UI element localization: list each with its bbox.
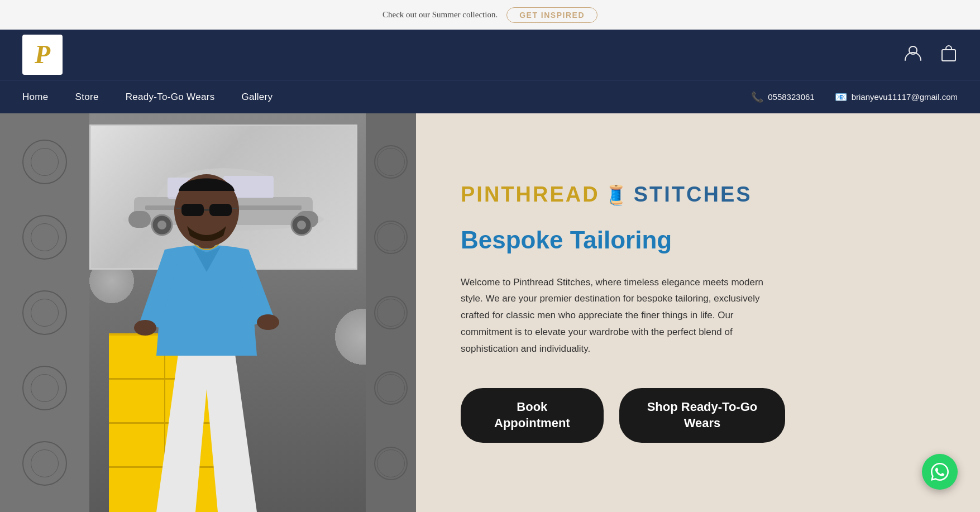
svg-point-15 bbox=[257, 314, 279, 330]
phone-icon: 📞 bbox=[751, 91, 763, 103]
hero-buttons: BookAppointment Shop Ready-To-GoWears bbox=[461, 388, 935, 442]
needle-icon: 🧵 bbox=[604, 184, 629, 206]
orb-r1 bbox=[374, 145, 408, 179]
nav-item-home[interactable]: Home bbox=[22, 92, 49, 103]
svg-point-14 bbox=[134, 320, 156, 336]
nav-link-store[interactable]: Store bbox=[75, 92, 99, 102]
hero-description: Welcome to Pinthread Stitches, where tim… bbox=[461, 274, 785, 357]
bag-icon[interactable] bbox=[940, 44, 958, 66]
orb-2 bbox=[22, 215, 67, 260]
logo[interactable]: P bbox=[22, 35, 63, 75]
orb-5 bbox=[22, 441, 67, 486]
svg-rect-19 bbox=[209, 204, 232, 216]
orb-decoration-left bbox=[0, 113, 89, 512]
orb-r4 bbox=[374, 371, 408, 405]
email-address: brianyevu11117@gmail.com bbox=[852, 92, 958, 102]
whatsapp-icon bbox=[930, 462, 950, 482]
nav-contact: 📞 0558323061 📧 brianyevu11117@gmail.com bbox=[751, 91, 958, 103]
orb-decoration-right bbox=[366, 113, 416, 512]
header-icons bbox=[904, 44, 958, 66]
banner-text: Check out our Summer collection. bbox=[383, 10, 498, 20]
email-icon: 📧 bbox=[835, 91, 847, 103]
whatsapp-button[interactable] bbox=[922, 454, 958, 490]
nav-bar: Home Store Ready-To-Go Wears Gallery 📞 0… bbox=[0, 80, 980, 113]
hero-section: PINTHREAD 🧵 STITCHES Bespoke Tailoring W… bbox=[0, 113, 980, 512]
orb-1 bbox=[22, 140, 67, 184]
nav-item-gallery[interactable]: Gallery bbox=[241, 92, 273, 103]
book-appointment-button[interactable]: BookAppointment bbox=[461, 388, 604, 442]
header: P bbox=[0, 30, 980, 80]
man-svg bbox=[112, 138, 302, 512]
nav-links: Home Store Ready-To-Go Wears Gallery bbox=[22, 92, 273, 103]
shop-ready-button[interactable]: Shop Ready-To-GoWears bbox=[619, 388, 786, 442]
email-contact: 📧 brianyevu11117@gmail.com bbox=[835, 91, 958, 103]
svg-rect-18 bbox=[181, 204, 204, 216]
brand-name-2: STITCHES bbox=[634, 183, 752, 207]
nav-link-gallery[interactable]: Gallery bbox=[241, 92, 273, 102]
hero-content: PINTHREAD 🧵 STITCHES Bespoke Tailoring W… bbox=[416, 113, 980, 512]
top-banner: Check out our Summer collection. GET INS… bbox=[0, 0, 980, 30]
phone-number: 0558323061 bbox=[768, 92, 814, 102]
brand-name-1: PINTHREAD bbox=[461, 183, 600, 207]
phone-contact: 📞 0558323061 bbox=[751, 91, 814, 103]
orb-r5 bbox=[374, 447, 408, 480]
nav-item-store[interactable]: Store bbox=[75, 92, 99, 103]
brand-title: PINTHREAD 🧵 STITCHES bbox=[461, 183, 935, 207]
get-inspired-button[interactable]: GET INSPIRED bbox=[506, 7, 597, 23]
nav-link-home[interactable]: Home bbox=[22, 92, 49, 102]
hero-subtitle: Bespoke Tailoring bbox=[461, 227, 935, 253]
orb-3 bbox=[22, 290, 67, 335]
person-figure bbox=[101, 132, 313, 512]
orb-r2 bbox=[374, 221, 408, 254]
user-icon[interactable] bbox=[904, 44, 922, 66]
logo-letter: P bbox=[35, 42, 50, 68]
svg-rect-1 bbox=[942, 50, 955, 61]
orb-r3 bbox=[374, 296, 408, 329]
nav-item-ready[interactable]: Ready-To-Go Wears bbox=[126, 92, 215, 103]
nav-link-ready[interactable]: Ready-To-Go Wears bbox=[126, 92, 215, 102]
hero-image bbox=[0, 113, 416, 512]
orb-4 bbox=[22, 366, 67, 410]
